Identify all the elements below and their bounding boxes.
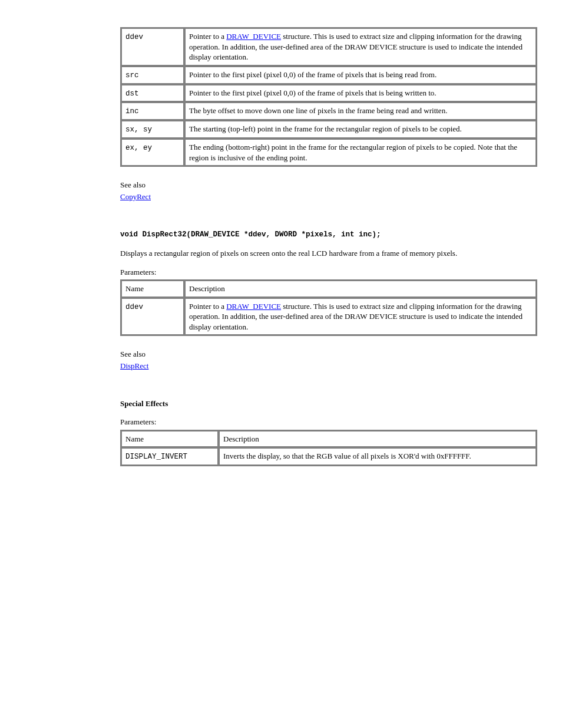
params-label: Parameters: (120, 417, 537, 427)
link-draw-device[interactable]: DRAW_DEVICE (226, 32, 281, 41)
func-desc: Displays a rectangular region of pixels … (120, 248, 537, 259)
see-also-label: See also (120, 349, 537, 360)
table-row: ex, ey The ending (bottom-right) point i… (121, 139, 536, 166)
table-row: sx, sy The starting (top-left) point in … (121, 121, 536, 138)
table-header-row: Name Description (121, 431, 536, 447)
params-table-special-effects: Name Description DISPLAY_INVERT Inverts … (120, 430, 537, 466)
table-row: ddev Pointer to a DRAW_DEVICE structure.… (121, 298, 536, 335)
link-copyrect[interactable]: CopyRect (120, 192, 151, 201)
link-draw-device[interactable]: DRAW_DEVICE (226, 302, 281, 311)
param-name: DISPLAY_INVERT (125, 453, 187, 461)
param-desc: Inverts the display, so that the RGB val… (219, 448, 536, 465)
header-desc: Description (185, 281, 536, 297)
param-desc: The ending (bottom-right) point in the f… (185, 139, 536, 166)
func-decl-disprect32: void DispRect32(DRAW_DEVICE *ddev, DWORD… (120, 229, 537, 240)
table-row: dst Pointer to the first pixel (pixel 0,… (121, 85, 536, 102)
param-name: src (125, 71, 139, 80)
params-table-copyrect32: ddev Pointer to a DRAW_DEVICE structure.… (120, 27, 537, 167)
param-name: inc (125, 107, 139, 116)
param-desc: The starting (top-left) point in the fra… (185, 121, 536, 138)
section-special-effects: Special Effects (120, 398, 537, 409)
param-desc: Pointer to a DRAW_DEVICE structure. This… (185, 298, 536, 335)
table-row: DISPLAY_INVERT Inverts the display, so t… (121, 448, 536, 465)
params-label: Parameters: (120, 267, 537, 278)
param-name: ddev (125, 33, 143, 41)
param-name: ddev (125, 303, 143, 311)
see-also-label: See also (120, 180, 537, 190)
header-name: Name (121, 431, 218, 447)
table-row: src Pointer to the first pixel (pixel 0,… (121, 67, 536, 84)
param-desc: Pointer to the first pixel (pixel 0,0) o… (185, 85, 536, 102)
table-row: ddev Pointer to a DRAW_DEVICE structure.… (121, 28, 536, 65)
table-row: inc The byte offset to move down one lin… (121, 103, 536, 120)
param-name: dst (125, 90, 139, 98)
param-desc: Pointer to the first pixel (pixel 0,0) o… (185, 67, 536, 84)
header-desc: Description (219, 431, 536, 447)
param-name: sx, sy (125, 126, 152, 134)
header-name: Name (121, 281, 184, 297)
table-header-row: Name Description (121, 281, 536, 297)
param-desc: Pointer to a DRAW_DEVICE structure. This… (185, 28, 536, 65)
doc-page: ddev Pointer to a DRAW_DEVICE structure.… (0, 0, 562, 728)
param-desc: The byte offset to move down one line of… (185, 103, 536, 120)
param-name: ex, ey (125, 144, 152, 152)
params-table-disprect32: Name Description ddev Pointer to a DRAW_… (120, 279, 537, 336)
link-disprect[interactable]: DispRect (120, 361, 148, 370)
